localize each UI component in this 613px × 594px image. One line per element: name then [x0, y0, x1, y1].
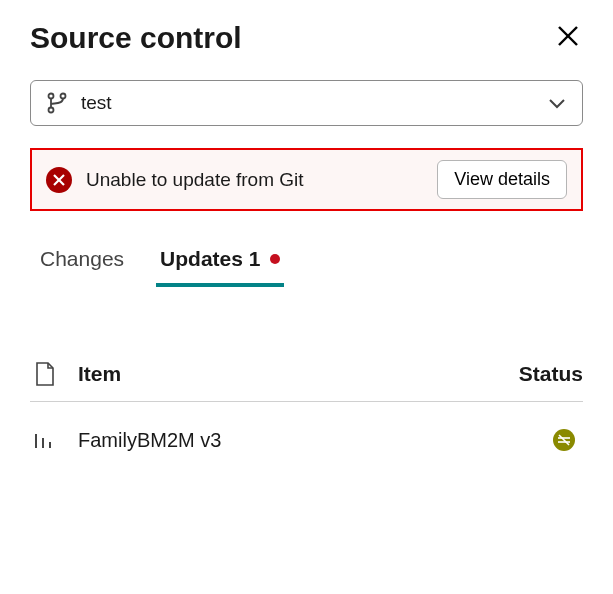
close-icon [557, 25, 579, 47]
item-status [503, 429, 583, 451]
tab-label: Changes [40, 247, 124, 271]
svg-point-4 [49, 108, 54, 113]
list-item[interactable]: FamilyBM2M v3 [30, 402, 583, 478]
tab-updates[interactable]: Updates 1 [156, 241, 284, 287]
error-icon [46, 167, 72, 193]
close-button[interactable] [553, 20, 583, 56]
svg-point-2 [49, 94, 54, 99]
svg-line-12 [559, 435, 569, 445]
view-details-button[interactable]: View details [437, 160, 567, 199]
svg-point-3 [61, 94, 66, 99]
conflict-status-icon [553, 429, 575, 451]
page-title: Source control [30, 21, 242, 55]
git-branch-icon [45, 91, 69, 115]
tab-label: Updates 1 [160, 247, 260, 271]
error-message: Unable to update from Git [86, 169, 437, 191]
column-item-header: Item [78, 362, 503, 386]
item-name: FamilyBM2M v3 [78, 429, 503, 452]
indicator-dot [270, 254, 280, 264]
list-header: Item Status [30, 347, 583, 402]
chevron-down-icon [546, 92, 568, 114]
file-icon [30, 361, 78, 387]
branch-name: test [81, 92, 546, 114]
error-banner: Unable to update from Git View details [30, 148, 583, 211]
branch-selector[interactable]: test [30, 80, 583, 126]
bar-chart-icon [30, 428, 78, 452]
tab-bar: Changes Updates 1 [30, 241, 583, 287]
tab-changes[interactable]: Changes [36, 241, 128, 287]
column-status-header: Status [503, 362, 583, 386]
